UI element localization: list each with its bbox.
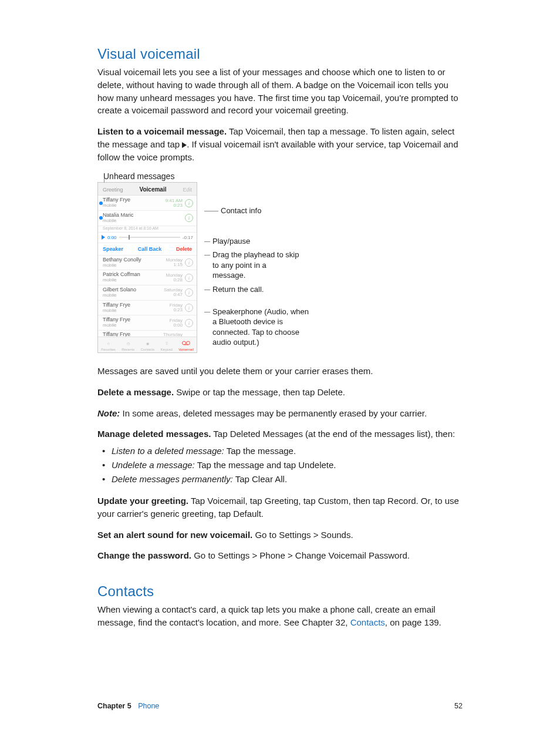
section-heading-visual-voicemail: Visual voicemail xyxy=(97,46,463,62)
tab-label: Recents xyxy=(122,348,134,351)
vm-sub: mobile xyxy=(103,323,130,328)
footer-chapter: Chapter 5 xyxy=(97,702,131,710)
callback-button[interactable]: Call Back xyxy=(138,246,162,252)
vm-name: Bethany Conolly xyxy=(103,257,141,263)
callout-drag-playhead: Drag the playhead to skip to any point i… xyxy=(212,250,301,281)
vm-ts2: 0:47 xyxy=(173,292,183,297)
voicemail-row[interactable]: Tiffany Fryemobile Friday0:23i xyxy=(98,301,197,316)
delete-rest: Swipe or tap the message, then tap Delet… xyxy=(174,387,345,397)
voicemail-figure: Unheard messages Greeting Voicemail Edit… xyxy=(97,172,463,353)
info-icon[interactable]: i xyxy=(185,274,193,282)
greeting-button[interactable]: Greeting xyxy=(103,187,123,193)
vm-name: Tiffany Frye xyxy=(103,331,130,337)
intro-paragraph: Visual voicemail lets you see a list of … xyxy=(97,66,463,117)
vm-ts2: 0:00 xyxy=(173,322,183,328)
delete-button[interactable]: Delete xyxy=(176,246,192,252)
info-icon[interactable]: i xyxy=(185,319,193,327)
change-password-paragraph: Change the password. Go to Settings > Ph… xyxy=(97,549,463,562)
voicemail-row[interactable]: Tiffany Frye Thursdayi xyxy=(98,331,197,337)
contact-icon: ◉ xyxy=(143,339,151,347)
voicemail-row[interactable]: Gilbert Solanomobile Saturday0:47i xyxy=(98,285,197,301)
tab-label: Voicemail xyxy=(178,348,194,351)
callout-contact-info: Contact info xyxy=(221,206,261,216)
star-icon: ☆ xyxy=(104,339,113,347)
vm-name: Natalia Maric xyxy=(103,212,134,218)
vm-ts2: 0:23 xyxy=(173,203,183,208)
note-paragraph: Note: In some areas, deleted messages ma… xyxy=(97,407,463,420)
bullet-em: Listen to a deleted message: xyxy=(112,446,224,456)
info-icon[interactable]: i xyxy=(185,288,193,297)
vm-name: Tiffany Frye xyxy=(103,197,130,203)
vm-ts2: 0:28 xyxy=(173,277,183,283)
scrub-track[interactable] xyxy=(119,237,180,238)
scrubber[interactable]: 0:00 -0:17 xyxy=(98,233,197,243)
section-heading-contacts: Contacts xyxy=(97,583,463,600)
phone-tabbar: ☆Favorites ◷Recents ◉Contacts ⠿Keypad Vo… xyxy=(98,337,197,352)
vm-name: Gilbert Solano xyxy=(103,287,136,293)
bullet-em: Delete messages permanently: xyxy=(112,474,233,484)
contacts-paragraph: When viewing a contact's card, a quick t… xyxy=(97,603,463,629)
edit-button[interactable]: Edit xyxy=(183,187,192,193)
voicemail-row[interactable]: Patrick Coffmanmobile Monday0:28i xyxy=(98,270,197,285)
vm-sub: mobile xyxy=(103,308,130,314)
saved-paragraph: Messages are saved until you delete them… xyxy=(97,365,463,378)
update-greeting-paragraph: Update your greeting. Tap Voicemail, tap… xyxy=(97,495,463,520)
clock-icon: ◷ xyxy=(124,339,132,347)
manage-bullets: Listen to a deleted message: Tap the mes… xyxy=(101,444,463,486)
voicemail-icon xyxy=(182,339,190,347)
vm-name: Tiffany Frye xyxy=(103,317,130,322)
info-icon[interactable]: i xyxy=(185,199,193,207)
contacts-link[interactable]: Contacts xyxy=(350,617,385,627)
vm-sub: mobile xyxy=(103,203,130,209)
phone-mock: Greeting Voicemail Edit Tiffany Fryemobi… xyxy=(97,182,197,353)
keypad-icon: ⠿ xyxy=(163,339,171,347)
figure-callouts: Contact info Play/pause Drag the playhea… xyxy=(204,182,312,347)
info-icon[interactable]: i xyxy=(185,304,193,312)
tab-label: Keypad xyxy=(160,348,172,351)
callout-return-call: Return the call. xyxy=(212,284,264,295)
callout-speakerphone: Speakerphone (Audio, when a Bluetooth de… xyxy=(212,307,312,348)
list-item: Undelete a message: Tap the message and … xyxy=(101,458,463,472)
tab-contacts[interactable]: ◉Contacts xyxy=(140,339,154,351)
voicemail-row[interactable]: Tiffany Fryemobile 9:41 AM0:23 i xyxy=(98,196,197,211)
tab-voicemail[interactable]: Voicemail xyxy=(178,339,194,351)
update-bold: Update your greeting. xyxy=(97,496,188,506)
alert-rest: Go to Settings > Sounds. xyxy=(252,530,353,540)
contacts-body-b: , on page 139. xyxy=(385,617,441,627)
note-label: Note: xyxy=(97,408,123,418)
unheard-dot-icon xyxy=(99,216,103,220)
vm-ts2: 1:15 xyxy=(173,262,183,267)
manage-paragraph: Manage deleted messages. Tap Deleted Mes… xyxy=(97,428,463,441)
unheard-dot-icon xyxy=(99,201,103,205)
footer-chapter-name: Phone xyxy=(138,702,159,710)
scrub-time-end: -0:17 xyxy=(183,235,193,240)
voicemail-row-selected[interactable]: Natalia Maricmobile i xyxy=(98,211,197,226)
voicemail-row[interactable]: Bethany Conollymobile Monday1:15i xyxy=(98,255,197,271)
playback-actions: Speaker Call Back Delete xyxy=(98,243,197,255)
delete-paragraph: Delete a message. Swipe or tap the messa… xyxy=(97,386,463,399)
tab-keypad[interactable]: ⠿Keypad xyxy=(160,339,172,351)
callout-play-pause: Play/pause xyxy=(212,236,250,247)
play-pause-icon[interactable] xyxy=(102,235,105,240)
vm-sub: mobile xyxy=(103,263,141,268)
bullet-rest: Tap the message and tap Undelete. xyxy=(195,460,336,470)
tab-recents[interactable]: ◷Recents xyxy=(122,339,134,351)
tab-label: Contacts xyxy=(140,348,154,351)
scrub-time-start: 0:00 xyxy=(107,235,117,240)
tab-favorites[interactable]: ☆Favorites xyxy=(101,339,116,351)
footer-page-number: 52 xyxy=(454,702,463,710)
tab-label: Favorites xyxy=(101,348,116,351)
alert-bold: Set an alert sound for new voicemail. xyxy=(97,530,252,540)
pwd-bold: Change the password. xyxy=(97,550,191,560)
bullet-em: Undelete a message: xyxy=(112,460,195,470)
figure-caption-unheard: Unheard messages xyxy=(103,172,463,181)
info-icon[interactable]: i xyxy=(185,214,193,222)
vm-sub: mobile xyxy=(103,293,136,298)
bullet-rest: Tap the message. xyxy=(224,446,296,456)
voicemail-row[interactable]: Tiffany Fryemobile Friday0:00i xyxy=(98,315,197,331)
info-icon[interactable]: i xyxy=(185,258,193,267)
delete-bold: Delete a message. xyxy=(97,387,174,397)
vm-date: September 8, 2014 at 8:16 AM xyxy=(98,226,197,233)
speaker-button[interactable]: Speaker xyxy=(103,246,123,252)
pwd-rest: Go to Settings > Phone > Change Voicemai… xyxy=(191,550,410,560)
